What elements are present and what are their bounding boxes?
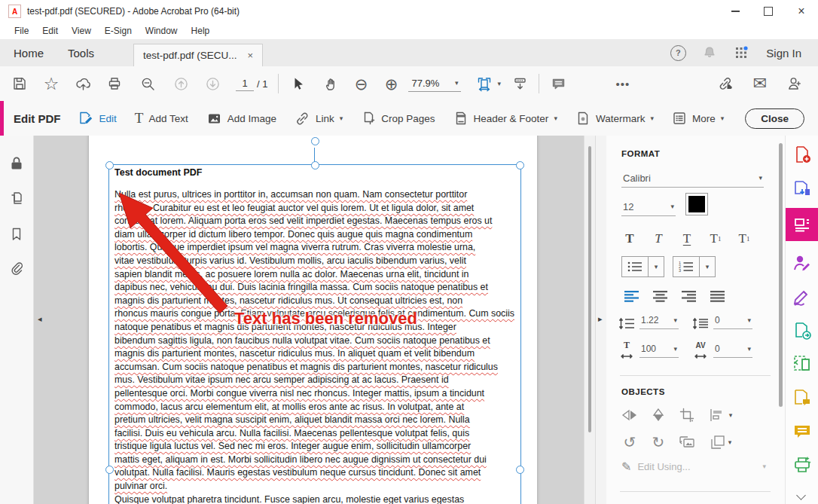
- previous-page-icon[interactable]: [168, 71, 194, 96]
- expand-right-pane-icon[interactable]: ▸: [598, 314, 603, 324]
- scrollbar-thumb[interactable]: [588, 146, 591, 432]
- selection-handle-top-left[interactable]: [105, 161, 114, 170]
- line-spacing-select[interactable]: 1.22 ▾: [639, 312, 679, 329]
- fit-width-icon[interactable]: [472, 71, 497, 96]
- bulleted-list-options-caret[interactable]: ▾: [649, 264, 664, 270]
- close-window-button[interactable]: ×: [785, 1, 818, 23]
- bookmarks-icon[interactable]: [8, 226, 25, 243]
- watermark-button[interactable]: Watermark ▾: [575, 111, 654, 126]
- selection-handle-middle-right[interactable]: [516, 466, 524, 474]
- email-icon[interactable]: ✉: [747, 71, 773, 96]
- add-image-button[interactable]: Add Image: [206, 111, 276, 127]
- tab-close-icon[interactable]: ×: [248, 50, 254, 61]
- align-right-button[interactable]: [677, 286, 700, 306]
- help-button[interactable]: ?: [665, 40, 691, 66]
- edit-pdf-icon[interactable]: [792, 215, 812, 234]
- sign-in-button[interactable]: Sign In: [760, 47, 807, 60]
- star-favorite-icon[interactable]: ☆: [38, 71, 64, 96]
- maximize-button[interactable]: [752, 1, 785, 23]
- align-center-button[interactable]: [649, 286, 671, 306]
- tab-tools[interactable]: Tools: [56, 41, 106, 66]
- zoom-in-icon[interactable]: ⊕: [378, 71, 404, 96]
- prepare-form-icon[interactable]: [792, 388, 812, 408]
- selection-handle-top-right[interactable]: [516, 161, 524, 170]
- menu-esign[interactable]: E-Sign: [98, 24, 139, 38]
- export-pdf-icon[interactable]: [792, 179, 812, 198]
- document-scrollbar[interactable]: [584, 136, 596, 504]
- flip-horizontal-button[interactable]: [618, 405, 641, 425]
- hand-tool-icon[interactable]: [318, 71, 343, 96]
- chevron-down-icon[interactable]: ▾: [497, 81, 501, 87]
- cloud-upload-icon[interactable]: [70, 71, 96, 96]
- selection-handle-middle-left[interactable]: [105, 466, 114, 474]
- header-footer-button[interactable]: Header & Footer ▾: [453, 111, 557, 126]
- scan-and-ocr-icon[interactable]: [792, 455, 812, 475]
- close-edit-mode-button[interactable]: Close: [745, 108, 804, 129]
- rotate-counterclockwise-button[interactable]: ↺: [618, 432, 641, 452]
- paragraph-spacing-select[interactable]: 0 ▾: [713, 312, 752, 329]
- comment-icon[interactable]: [792, 422, 812, 441]
- minimize-button[interactable]: [719, 1, 752, 23]
- next-page-icon[interactable]: [200, 71, 225, 96]
- notifications-bell-icon[interactable]: [697, 40, 722, 66]
- underline-button[interactable]: T: [676, 229, 698, 249]
- menu-view[interactable]: View: [65, 24, 98, 38]
- comment-bubble-icon[interactable]: [545, 71, 571, 96]
- bold-button[interactable]: T: [618, 229, 641, 249]
- rotation-handle[interactable]: [311, 137, 319, 145]
- arrange-objects-button[interactable]: ▾: [704, 432, 737, 452]
- italic-button[interactable]: T: [647, 229, 670, 249]
- character-spacing-select[interactable]: 0 ▾: [713, 341, 752, 358]
- menu-help[interactable]: Help: [185, 24, 217, 38]
- organize-pages-icon[interactable]: [792, 354, 812, 374]
- toolbar-customize-icon[interactable]: [507, 71, 533, 96]
- align-objects-button[interactable]: ▾: [704, 405, 737, 425]
- send-pdf-icon[interactable]: [792, 321, 812, 341]
- crop-object-button[interactable]: [676, 405, 698, 425]
- more-button[interactable]: More ▾: [672, 111, 724, 126]
- panel-scrollbar-thumb[interactable]: [779, 143, 783, 407]
- replace-image-button[interactable]: [676, 432, 698, 452]
- page-number-input[interactable]: [236, 76, 254, 91]
- font-color-swatch[interactable]: [685, 193, 708, 215]
- text-box-selection[interactable]: [108, 164, 521, 504]
- zoom-level-select[interactable]: 77.9% ▾: [408, 75, 461, 92]
- edit-tool-button[interactable]: Edit: [78, 110, 117, 127]
- zoom-out-icon[interactable]: ⊖: [348, 71, 374, 96]
- superscript-button[interactable]: T1: [704, 229, 727, 249]
- numbered-list-button[interactable]: 123: [673, 261, 699, 273]
- menu-window[interactable]: Window: [139, 24, 185, 38]
- menu-edit[interactable]: Edit: [35, 24, 65, 38]
- select-tool-icon[interactable]: [285, 71, 310, 96]
- add-text-button[interactable]: T Add Text: [135, 110, 188, 127]
- crop-pages-button[interactable]: Crop Pages: [361, 111, 435, 126]
- add-user-icon[interactable]: [782, 71, 807, 96]
- create-pdf-icon[interactable]: [792, 145, 812, 164]
- align-justify-button[interactable]: [706, 286, 728, 306]
- apps-grid-icon[interactable]: [728, 40, 754, 66]
- attachments-paperclip-icon[interactable]: [8, 260, 25, 276]
- rotate-clockwise-button[interactable]: ↻: [647, 432, 670, 452]
- search-icon[interactable]: [135, 71, 160, 96]
- share-link-icon[interactable]: [713, 71, 738, 96]
- font-family-select[interactable]: Calibri ▾: [621, 169, 764, 188]
- edit-using-select[interactable]: ✎ Edit Using... ▾: [621, 460, 766, 474]
- link-button[interactable]: Link ▾: [295, 111, 343, 127]
- bulleted-list-button[interactable]: [622, 261, 648, 273]
- font-size-select[interactable]: 12 ▾: [621, 197, 676, 216]
- subscript-button[interactable]: T1: [733, 229, 755, 249]
- selection-handle-top-center[interactable]: [311, 161, 319, 170]
- more-tools-ellipsis-icon[interactable]: •••: [610, 71, 636, 96]
- request-e-signatures-icon[interactable]: [792, 253, 812, 273]
- align-left-button[interactable]: [620, 286, 642, 306]
- menu-file[interactable]: File: [8, 24, 35, 38]
- tab-document[interactable]: test-pdf.pdf (SECU... ×: [133, 44, 263, 66]
- flip-vertical-button[interactable]: [647, 405, 670, 425]
- fill-and-sign-icon[interactable]: [792, 288, 812, 307]
- tab-home[interactable]: Home: [2, 41, 56, 66]
- numbered-list-options-caret[interactable]: ▾: [700, 264, 715, 270]
- print-icon[interactable]: [102, 71, 127, 96]
- save-icon[interactable]: [7, 71, 32, 96]
- security-lock-icon[interactable]: [8, 155, 25, 175]
- horizontal-scale-select[interactable]: 100 ▾: [639, 341, 679, 358]
